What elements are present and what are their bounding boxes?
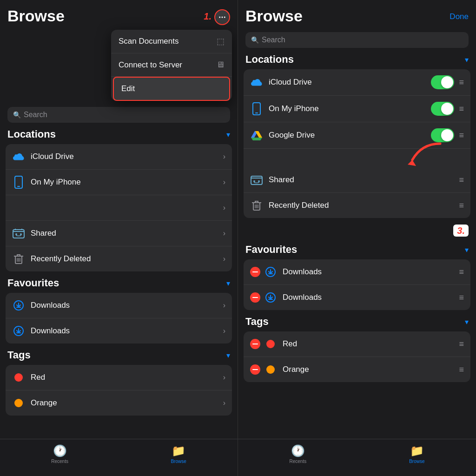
right-search-placeholder: Search xyxy=(262,36,285,44)
right-orange-tag-item[interactable]: Orange ≡ xyxy=(244,357,470,382)
right-search-icon: 🔍 xyxy=(251,36,259,44)
right-gdrive-icon xyxy=(250,129,263,142)
left-recents-tab[interactable]: 🕐 Recents xyxy=(51,444,68,464)
left-shared-item[interactable]: Shared › xyxy=(6,221,232,246)
recently-deleted-drag-handle[interactable]: ≡ xyxy=(459,201,464,211)
svg-rect-4 xyxy=(17,186,20,187)
right-locations-title: Locations xyxy=(245,53,294,66)
left-tags-title: Tags xyxy=(7,349,31,361)
browse-icon: 📁 xyxy=(172,444,185,457)
browse-tab-label: Browse xyxy=(171,459,186,464)
right-downloads-2-label: Downloads xyxy=(283,293,454,302)
gdrive-drag-handle[interactable]: ≡ xyxy=(459,131,464,140)
left-tab-bar: 🕐 Recents 📁 Browse xyxy=(0,439,238,476)
server-icon: 🖥 xyxy=(216,60,225,70)
right-favourites-section: Favourites ▾ Downloads ≡ xyxy=(238,244,476,310)
right-favourites-title: Favourites xyxy=(245,244,297,256)
right-red-tag-item[interactable]: Red ≡ xyxy=(244,331,470,357)
connect-server-item[interactable]: Connect to Server 🖥 xyxy=(111,53,232,77)
left-locations-header: Locations ▾ xyxy=(0,128,238,144)
ellipsis-icon xyxy=(218,13,226,21)
orange-minus[interactable] xyxy=(250,364,260,375)
left-tags-section: Tags ▾ Red › Orange › xyxy=(0,349,238,416)
right-downloads-2-item[interactable]: Downloads ≡ xyxy=(244,285,470,310)
red-tag-drag[interactable]: ≡ xyxy=(459,339,464,349)
right-favourites-chevron[interactable]: ▾ xyxy=(465,245,469,254)
icloud-toggle[interactable] xyxy=(431,75,454,89)
right-locations-list: iCloud Drive ≡ On My iPhone ≡ xyxy=(244,69,470,218)
downloads-1-chevron: › xyxy=(223,301,225,310)
right-favourites-list: Downloads ≡ Downloads ≡ xyxy=(244,259,470,310)
left-favourites-section: Favourites ▾ Downloads › xyxy=(0,277,238,344)
right-panel: Browse Done 🔍 Search Locations ▾ xyxy=(238,0,476,476)
left-red-tag-item[interactable]: Red › xyxy=(6,365,232,390)
right-recents-icon: 🕐 xyxy=(291,444,305,457)
left-icloud-item[interactable]: iCloud Drive › xyxy=(6,144,232,170)
iphone-chevron: › xyxy=(223,178,225,186)
icloud-drag-handle[interactable]: ≡ xyxy=(459,78,464,87)
icloud-icon xyxy=(12,150,25,163)
left-search-bar[interactable]: 🔍 Search xyxy=(7,107,230,123)
iphone-toggle[interactable] xyxy=(431,102,454,116)
left-unknown-item[interactable]: › xyxy=(6,195,232,221)
right-browse-title: Browse xyxy=(245,7,303,25)
right-icloud-item[interactable]: iCloud Drive ≡ xyxy=(244,69,470,96)
right-icloud-icon xyxy=(250,76,263,89)
locations-chevron[interactable]: ▾ xyxy=(226,130,230,139)
right-tags-section: Tags ▾ Red ≡ Orange xyxy=(238,316,476,382)
scan-documents-item[interactable]: Scan Documents ⬚ xyxy=(111,30,232,53)
tags-chevron[interactable]: ▾ xyxy=(226,351,230,360)
shared-chevron: › xyxy=(223,229,225,238)
right-shared-label: Shared xyxy=(269,175,459,185)
right-iphone-item[interactable]: On My iPhone ≡ xyxy=(244,96,470,122)
right-gdrive-item[interactable]: Google Drive ≡ xyxy=(244,122,470,149)
right-iphone-label: On My iPhone xyxy=(269,104,431,113)
favourites-chevron[interactable]: ▾ xyxy=(226,279,230,288)
right-recents-label: Recents xyxy=(289,459,306,464)
right-recently-deleted-item[interactable]: Recently Deleted ≡ xyxy=(244,193,470,218)
left-locations-title: Locations xyxy=(7,128,56,140)
orange-tag-drag[interactable]: ≡ xyxy=(459,365,464,375)
right-gdrive-label: Google Drive xyxy=(269,131,431,140)
right-browse-tab[interactable]: 📁 Browse xyxy=(409,444,424,464)
shared-drag-handle[interactable]: ≡ xyxy=(459,175,464,185)
downloads-2-minus[interactable] xyxy=(250,292,260,303)
downloads-2-drag[interactable]: ≡ xyxy=(459,293,464,303)
iphone-drag-handle[interactable]: ≡ xyxy=(459,104,464,114)
trash-icon xyxy=(12,252,25,265)
right-content: 🔍 Search Locations ▾ iCloud Drive xyxy=(238,28,476,476)
left-browse-tab[interactable]: 📁 Browse xyxy=(171,444,186,464)
icloud-chevron: › xyxy=(223,152,225,161)
right-tags-title: Tags xyxy=(245,316,269,328)
right-search-bar[interactable]: 🔍 Search xyxy=(245,32,469,48)
svg-rect-13 xyxy=(251,176,262,185)
red-arrow xyxy=(403,139,445,172)
left-iphone-item[interactable]: On My iPhone › xyxy=(6,170,232,195)
right-red-tag-icon xyxy=(264,337,277,350)
downloads-1-minus[interactable] xyxy=(250,267,260,277)
edit-item[interactable]: Edit 2. xyxy=(113,77,230,101)
recently-deleted-chevron: › xyxy=(223,255,225,263)
left-orange-tag-item[interactable]: Orange › xyxy=(6,390,232,416)
more-button[interactable] xyxy=(214,9,230,25)
right-header: Browse Done xyxy=(238,0,476,28)
red-minus[interactable] xyxy=(250,339,260,349)
svg-point-0 xyxy=(219,17,220,18)
left-recently-deleted-item[interactable]: Recently Deleted › xyxy=(6,246,232,271)
left-downloads-1-label: Downloads xyxy=(31,301,223,310)
shared-icon xyxy=(12,227,25,240)
left-downloads-1-item[interactable]: Downloads › xyxy=(6,293,232,318)
left-browse-title: Browse xyxy=(7,7,65,25)
downloads-1-drag[interactable]: ≡ xyxy=(459,267,464,277)
recents-icon: 🕐 xyxy=(53,444,67,457)
right-tags-chevron[interactable]: ▾ xyxy=(465,317,469,326)
left-favourites-header: Favourites ▾ xyxy=(0,277,238,293)
right-tab-bar: 🕐 Recents 📁 Browse xyxy=(238,439,476,476)
right-locations-chevron[interactable]: ▾ xyxy=(465,55,469,64)
done-button[interactable]: Done xyxy=(450,7,469,21)
left-downloads-2-item[interactable]: Downloads › xyxy=(6,318,232,344)
svg-rect-12 xyxy=(255,112,258,113)
right-recents-tab[interactable]: 🕐 Recents xyxy=(289,444,306,464)
svg-point-7 xyxy=(20,233,22,235)
right-downloads-1-item[interactable]: Downloads ≡ xyxy=(244,259,470,285)
